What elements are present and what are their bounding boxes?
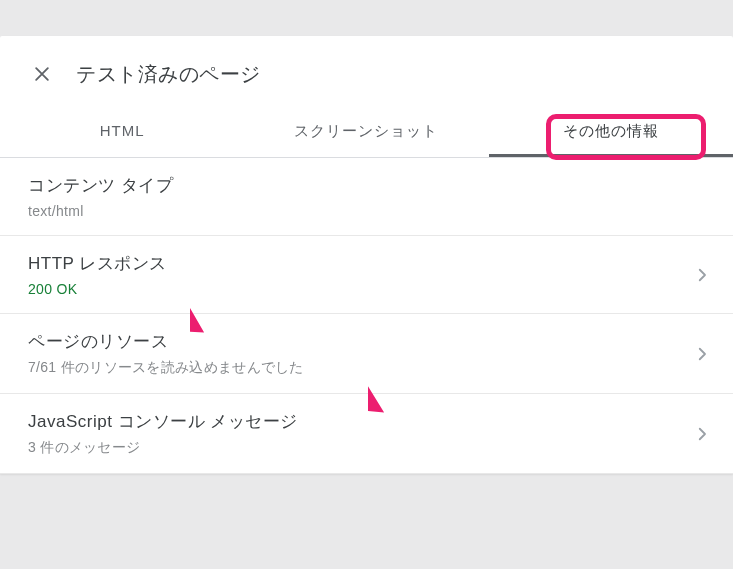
chevron-right-icon xyxy=(693,266,711,284)
row-sub: 3 件のメッセージ xyxy=(28,439,298,457)
row-content-type: コンテンツ タイプ text/html xyxy=(0,158,733,236)
row-sub: 7/61 件のリソースを読み込めませんでした xyxy=(28,359,304,377)
row-http-response[interactable]: HTTP レスポンス 200 OK xyxy=(0,236,733,314)
chevron-right-icon xyxy=(693,345,711,363)
row-label: JavaScript コンソール メッセージ xyxy=(28,410,298,433)
row-js-console[interactable]: JavaScript コンソール メッセージ 3 件のメッセージ xyxy=(0,394,733,474)
row-sub: 200 OK xyxy=(28,281,167,297)
tab-screenshot[interactable]: スクリーンショット xyxy=(244,108,488,157)
tab-html[interactable]: HTML xyxy=(0,108,244,157)
window-topbar xyxy=(0,0,733,36)
row-sub: text/html xyxy=(28,203,173,219)
row-label: HTTP レスポンス xyxy=(28,252,167,275)
chevron-right-icon xyxy=(693,425,711,443)
panel-title: テスト済みのページ xyxy=(76,61,261,88)
close-icon xyxy=(32,64,52,84)
row-page-resources[interactable]: ページのリソース 7/61 件のリソースを読み込めませんでした xyxy=(0,314,733,394)
row-label: ページのリソース xyxy=(28,330,304,353)
row-label: コンテンツ タイプ xyxy=(28,174,173,197)
tabs: HTML スクリーンショット その他の情報 xyxy=(0,108,733,158)
panel-header: テスト済みのページ xyxy=(0,36,733,108)
tab-other-info[interactable]: その他の情報 xyxy=(489,108,733,157)
info-list: コンテンツ タイプ text/html HTTP レスポンス 200 OK ペー… xyxy=(0,158,733,474)
tab-label: スクリーンショット xyxy=(294,122,438,139)
close-button[interactable] xyxy=(22,54,62,94)
tab-label: HTML xyxy=(100,122,145,139)
tab-label: その他の情報 xyxy=(563,122,659,139)
inspection-panel: テスト済みのページ HTML スクリーンショット その他の情報 コンテンツ タイ… xyxy=(0,36,733,474)
